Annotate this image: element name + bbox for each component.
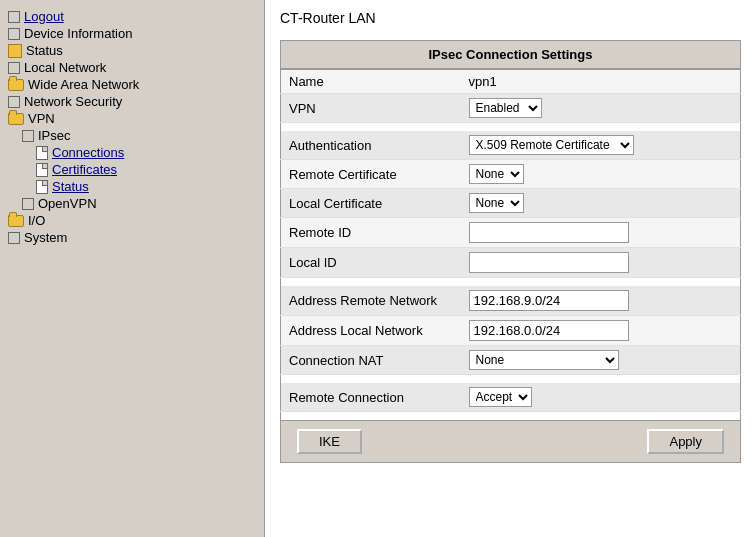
connection-nat-select[interactable]: None [469, 350, 619, 370]
field-label-auth: Authentication [281, 131, 461, 160]
square-icon [22, 130, 34, 142]
table-row: Local ID [281, 248, 741, 278]
sidebar-item-io[interactable]: I/O [0, 212, 264, 229]
section-header: IPsec Connection Settings [280, 40, 741, 69]
bottom-bar: IKE Apply [280, 421, 741, 463]
form-table: Name vpn1 VPN Enabled Disabled [280, 69, 741, 421]
sidebar-item-system[interactable]: System [0, 229, 264, 246]
field-label-name: Name [281, 70, 461, 94]
sidebar: Logout Device Information Status Local N… [0, 0, 265, 537]
field-value-vpn: Enabled Disabled [461, 94, 741, 123]
sidebar-item-wide-area[interactable]: Wide Area Network [0, 76, 264, 93]
sidebar-label: I/O [28, 213, 45, 228]
field-value-local-id [461, 248, 741, 278]
group-spacer [281, 375, 741, 384]
table-row: Local Certificate None [281, 189, 741, 218]
name-value: vpn1 [469, 74, 497, 89]
main-content: CT-Router LAN IPsec Connection Settings … [265, 0, 756, 537]
table-row: VPN Enabled Disabled [281, 94, 741, 123]
field-value-addr-remote [461, 286, 741, 316]
sidebar-label: Local Network [24, 60, 106, 75]
field-value-name: vpn1 [461, 70, 741, 94]
folder-icon [8, 113, 24, 125]
sidebar-item-device-info[interactable]: Device Information [0, 25, 264, 42]
apply-button[interactable]: Apply [647, 429, 724, 454]
field-value-remote-cert: None [461, 160, 741, 189]
group-spacer [281, 123, 741, 132]
status-icon [8, 44, 22, 58]
local-id-input[interactable] [469, 252, 629, 273]
table-row: Address Remote Network [281, 286, 741, 316]
sidebar-link-logout[interactable]: Logout [24, 9, 64, 24]
address-local-network-input[interactable] [469, 320, 629, 341]
sidebar-label: Network Security [24, 94, 122, 109]
page-icon [36, 163, 48, 177]
field-label-addr-remote: Address Remote Network [281, 286, 461, 316]
field-value-local-cert: None [461, 189, 741, 218]
sidebar-item-vpn[interactable]: VPN [0, 110, 264, 127]
sidebar-item-openvpn[interactable]: OpenVPN [0, 195, 264, 212]
field-value-remote-id [461, 218, 741, 248]
square-icon [8, 96, 20, 108]
table-row: Remote ID [281, 218, 741, 248]
sidebar-label: System [24, 230, 67, 245]
field-label-vpn: VPN [281, 94, 461, 123]
sidebar-item-ipsec-status[interactable]: Status [0, 178, 264, 195]
square-icon [22, 198, 34, 210]
table-row: Remote Certificate None [281, 160, 741, 189]
sidebar-item-connections[interactable]: Connections [0, 144, 264, 161]
field-label-remote-id: Remote ID [281, 218, 461, 248]
address-remote-network-input[interactable] [469, 290, 629, 311]
field-value-conn-nat: None [461, 346, 741, 375]
sidebar-item-certificates[interactable]: Certificates [0, 161, 264, 178]
sidebar-label: IPsec [38, 128, 71, 143]
group-spacer [281, 278, 741, 287]
page-title: CT-Router LAN [280, 10, 741, 30]
group-spacer [281, 412, 741, 421]
square-icon [8, 62, 20, 74]
sidebar-link-connections[interactable]: Connections [52, 145, 124, 160]
table-row: Name vpn1 [281, 70, 741, 94]
sidebar-label: VPN [28, 111, 55, 126]
vpn-select[interactable]: Enabled Disabled [469, 98, 542, 118]
remote-id-input[interactable] [469, 222, 629, 243]
sidebar-item-logout[interactable]: Logout [0, 8, 264, 25]
sidebar-item-status[interactable]: Status [0, 42, 264, 59]
sidebar-item-ipsec[interactable]: IPsec [0, 127, 264, 144]
square-icon [8, 28, 20, 40]
folder-icon [8, 79, 24, 91]
field-label-local-cert: Local Certificate [281, 189, 461, 218]
sidebar-link-ipsec-status[interactable]: Status [52, 179, 89, 194]
field-value-auth: X.509 Remote Certificate Pre-Shared Key [461, 131, 741, 160]
square-icon [8, 232, 20, 244]
remote-connection-select[interactable]: Accept Initiate [469, 387, 532, 407]
sidebar-item-local-network[interactable]: Local Network [0, 59, 264, 76]
field-label-local-id: Local ID [281, 248, 461, 278]
field-label-addr-local: Address Local Network [281, 316, 461, 346]
sidebar-label: OpenVPN [38, 196, 97, 211]
field-value-addr-local [461, 316, 741, 346]
field-label-remote-cert: Remote Certificate [281, 160, 461, 189]
sidebar-label: Wide Area Network [28, 77, 139, 92]
page-icon [36, 180, 48, 194]
field-value-remote-conn: Accept Initiate [461, 383, 741, 412]
square-icon [8, 11, 20, 23]
field-label-remote-conn: Remote Connection [281, 383, 461, 412]
table-row: Address Local Network [281, 316, 741, 346]
sidebar-item-network-security[interactable]: Network Security [0, 93, 264, 110]
remote-certificate-select[interactable]: None [469, 164, 524, 184]
table-row: Connection NAT None [281, 346, 741, 375]
local-certificate-select[interactable]: None [469, 193, 524, 213]
sidebar-label: Device Information [24, 26, 132, 41]
sidebar-link-certificates[interactable]: Certificates [52, 162, 117, 177]
ike-button[interactable]: IKE [297, 429, 362, 454]
sidebar-label: Status [26, 43, 63, 58]
field-label-conn-nat: Connection NAT [281, 346, 461, 375]
table-row: Remote Connection Accept Initiate [281, 383, 741, 412]
authentication-select[interactable]: X.509 Remote Certificate Pre-Shared Key [469, 135, 634, 155]
page-icon [36, 146, 48, 160]
folder-icon [8, 215, 24, 227]
table-row: Authentication X.509 Remote Certificate … [281, 131, 741, 160]
